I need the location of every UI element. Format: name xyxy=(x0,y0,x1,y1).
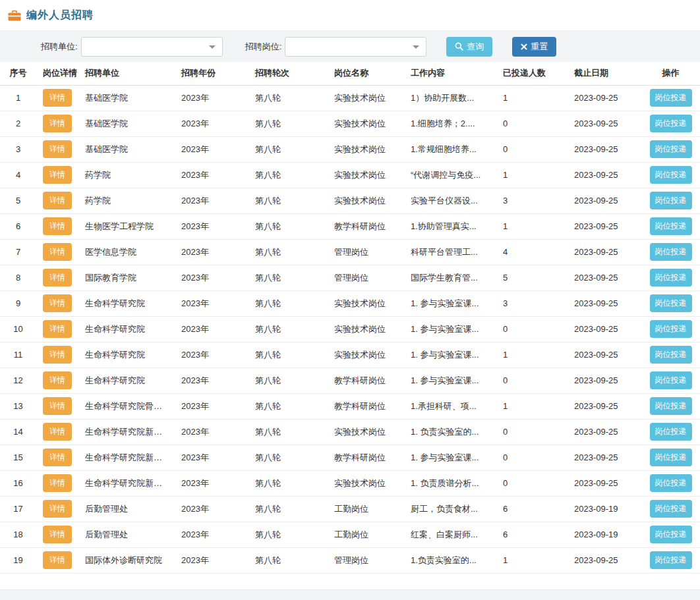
detail-button[interactable]: 详情 xyxy=(43,474,72,492)
recruit-year-cell: 2023年 xyxy=(175,188,248,213)
table-row: 16 详情 生命科学研究院新靶... 2023年 第八轮 实验技术岗位 1. 负… xyxy=(0,470,700,496)
detail-button[interactable]: 详情 xyxy=(43,423,72,441)
apply-button[interactable]: 岗位投递 xyxy=(650,397,692,415)
deadline-cell: 2023-09-25 xyxy=(568,265,641,290)
applied-count-cell: 0 xyxy=(496,368,568,393)
position-name-cell: 实验技术岗位 xyxy=(328,136,404,162)
detail-button[interactable]: 详情 xyxy=(43,551,72,569)
recruit-round-cell: 第八轮 xyxy=(248,522,328,547)
detail-button[interactable]: 详情 xyxy=(43,140,72,158)
apply-button[interactable]: 岗位投递 xyxy=(650,320,692,338)
apply-button[interactable]: 岗位投递 xyxy=(650,526,692,543)
recruit-year-cell: 2023年 xyxy=(175,368,248,393)
apply-button[interactable]: 岗位投递 xyxy=(650,423,692,441)
unit-select[interactable] xyxy=(81,37,223,57)
detail-button[interactable]: 详情 xyxy=(43,269,72,286)
detail-cell: 详情 xyxy=(36,111,78,136)
table-row: 8 详情 国际教育学院 2023年 第八轮 管理岗位 国际学生教育管... 5 … xyxy=(0,265,700,290)
apply-button[interactable]: 岗位投递 xyxy=(650,346,692,364)
detail-button[interactable]: 详情 xyxy=(43,294,72,312)
applied-count-cell: 6 xyxy=(496,522,568,547)
applied-count-cell: 0 xyxy=(496,445,568,470)
recruit-unit-cell: 基础医学院 xyxy=(78,85,175,111)
recruit-round-cell: 第八轮 xyxy=(248,290,328,316)
position-select[interactable] xyxy=(285,37,426,57)
query-button[interactable]: 查询 xyxy=(446,37,492,57)
column-header-6: 岗位名称 xyxy=(328,62,404,85)
detail-button[interactable]: 详情 xyxy=(43,89,72,107)
detail-button[interactable]: 详情 xyxy=(43,115,72,132)
row-index-cell: 5 xyxy=(0,188,36,213)
work-content-cell: 1.细胞培养；2.... xyxy=(404,111,496,136)
recruit-year-cell: 2023年 xyxy=(175,213,248,239)
work-content-cell: 1. 负责实验室的... xyxy=(404,419,496,445)
deadline-cell: 2023-09-25 xyxy=(568,393,641,419)
position-name-cell: 实验技术岗位 xyxy=(328,470,404,496)
detail-button[interactable]: 详情 xyxy=(43,526,72,543)
detail-button[interactable]: 详情 xyxy=(43,217,72,235)
deadline-cell: 2023-09-25 xyxy=(568,85,641,111)
deadline-cell: 2023-09-25 xyxy=(568,239,641,265)
detail-button[interactable]: 详情 xyxy=(43,500,72,518)
action-cell: 岗位投递 xyxy=(641,188,700,213)
detail-button[interactable]: 详情 xyxy=(43,192,72,209)
deadline-cell: 2023-09-25 xyxy=(568,445,641,470)
recruit-round-cell: 第八轮 xyxy=(248,265,328,290)
recruit-year-cell: 2023年 xyxy=(175,290,248,316)
table-row: 2 详情 基础医学院 2023年 第八轮 实验技术岗位 1.细胞培养；2....… xyxy=(0,111,700,136)
table-row: 13 详情 生命科学研究院骨发... 2023年 第八轮 教学科研岗位 1.承担… xyxy=(0,393,700,419)
recruit-year-cell: 2023年 xyxy=(175,85,248,111)
detail-cell: 详情 xyxy=(36,496,78,522)
applied-count-cell: 6 xyxy=(496,496,568,522)
recruit-round-cell: 第八轮 xyxy=(248,239,328,265)
work-content-cell: 红案、白案厨师... xyxy=(404,522,496,547)
apply-button[interactable]: 岗位投递 xyxy=(650,500,692,518)
table-row: 9 详情 生命科学研究院 2023年 第八轮 实验技术岗位 1. 参与实验室课.… xyxy=(0,290,700,316)
position-name-cell: 实验技术岗位 xyxy=(328,85,404,111)
close-icon xyxy=(521,43,527,50)
detail-button[interactable]: 详情 xyxy=(43,320,72,338)
table-row: 11 详情 生命科学研究院 2023年 第八轮 实验技术岗位 1. 参与实验室课… xyxy=(0,342,700,368)
apply-button[interactable]: 岗位投递 xyxy=(650,192,692,209)
detail-cell: 详情 xyxy=(36,290,78,316)
row-index-cell: 3 xyxy=(0,136,36,162)
recruit-year-cell: 2023年 xyxy=(175,111,248,136)
reset-button[interactable]: 重置 xyxy=(512,37,556,57)
detail-button[interactable]: 详情 xyxy=(43,371,72,389)
action-cell: 岗位投递 xyxy=(641,393,700,419)
apply-button[interactable]: 岗位投递 xyxy=(650,89,692,107)
detail-button[interactable]: 详情 xyxy=(43,346,72,364)
column-header-7: 工作内容 xyxy=(404,62,496,85)
apply-button[interactable]: 岗位投递 xyxy=(650,243,692,261)
apply-button[interactable]: 岗位投递 xyxy=(650,140,692,158)
apply-button[interactable]: 岗位投递 xyxy=(650,269,692,286)
detail-button[interactable]: 详情 xyxy=(43,449,72,466)
deadline-cell: 2023-09-25 xyxy=(568,162,641,188)
action-cell: 岗位投递 xyxy=(641,496,700,522)
action-cell: 岗位投递 xyxy=(641,342,700,368)
apply-button[interactable]: 岗位投递 xyxy=(650,551,692,569)
table-body: 1 详情 基础医学院 2023年 第八轮 实验技术岗位 1）协助开展数... 1… xyxy=(0,85,700,573)
position-name-cell: 实验技术岗位 xyxy=(328,111,404,136)
detail-cell: 详情 xyxy=(36,239,78,265)
row-index-cell: 13 xyxy=(0,393,36,419)
apply-button[interactable]: 岗位投递 xyxy=(650,294,692,312)
recruit-year-cell: 2023年 xyxy=(175,547,248,573)
detail-button[interactable]: 详情 xyxy=(43,166,72,184)
apply-button[interactable]: 岗位投递 xyxy=(650,371,692,389)
applied-count-cell: 0 xyxy=(496,111,568,136)
recruit-unit-cell: 后勤管理处 xyxy=(78,496,175,522)
detail-button[interactable]: 详情 xyxy=(43,243,72,261)
column-header-9: 截止日期 xyxy=(568,62,641,85)
position-name-cell: 教学科研岗位 xyxy=(328,393,404,419)
apply-button[interactable]: 岗位投递 xyxy=(650,474,692,492)
detail-button[interactable]: 详情 xyxy=(43,397,72,415)
deadline-cell: 2023-09-25 xyxy=(568,213,641,239)
apply-button[interactable]: 岗位投递 xyxy=(650,217,692,235)
apply-button[interactable]: 岗位投递 xyxy=(650,166,692,184)
apply-button[interactable]: 岗位投递 xyxy=(650,449,692,466)
work-content-cell: 1. 参与实验室课... xyxy=(404,316,496,342)
recruit-round-cell: 第八轮 xyxy=(248,162,328,188)
apply-button[interactable]: 岗位投递 xyxy=(650,115,692,132)
work-content-cell: 1.协助管理真实... xyxy=(404,213,496,239)
